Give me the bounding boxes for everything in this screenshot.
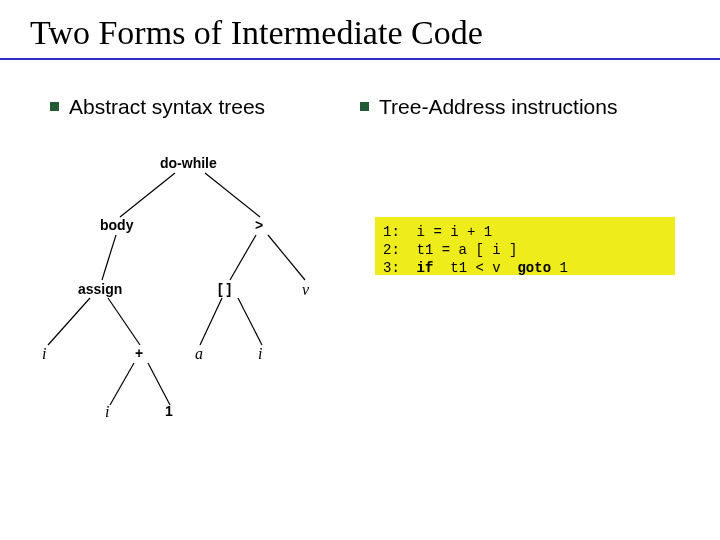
node-i2: i: [258, 345, 262, 363]
code-box: 1: i = i + 1 2: t1 = a [ i ] 3: if t1 < …: [375, 217, 675, 275]
svg-line-9: [110, 363, 134, 405]
code-line-3e: 1: [551, 260, 568, 276]
bullet-icon: [50, 102, 59, 111]
node-v: v: [302, 281, 309, 299]
svg-line-6: [108, 298, 140, 345]
code-line-2: 2: t1 = a [ i ]: [383, 242, 517, 258]
node-one: 1: [165, 403, 173, 419]
node-plus: +: [135, 345, 143, 361]
code-line-3c: t1 < v: [433, 260, 517, 276]
svg-line-0: [120, 173, 175, 217]
svg-line-2: [102, 235, 116, 280]
left-heading-text: Abstract syntax trees: [69, 95, 265, 118]
left-heading: Abstract syntax trees: [50, 95, 265, 119]
code-if: if: [417, 260, 434, 276]
code-goto: goto: [517, 260, 551, 276]
syntax-tree: do-while body > assign [ ] v i + a i i 1: [30, 145, 350, 515]
svg-line-7: [200, 298, 222, 345]
bullet-icon: [360, 102, 369, 111]
node-a: a: [195, 345, 203, 363]
svg-line-8: [238, 298, 262, 345]
tree-edges: [30, 145, 350, 515]
right-heading: Tree-Address instructions: [360, 95, 617, 119]
page-title: Two Forms of Intermediate Code: [0, 0, 720, 52]
node-do-while: do-while: [160, 155, 217, 171]
svg-line-1: [205, 173, 260, 217]
node-i3: i: [105, 403, 109, 421]
title-underline: [0, 58, 720, 60]
svg-line-10: [148, 363, 170, 405]
code-line-1: 1: i = i + 1: [383, 224, 492, 240]
svg-line-5: [48, 298, 90, 345]
svg-line-3: [230, 235, 256, 280]
right-heading-text: Tree-Address instructions: [379, 95, 617, 118]
node-bracket: [ ]: [218, 281, 231, 297]
svg-line-4: [268, 235, 305, 280]
node-gt: >: [255, 217, 263, 233]
node-assign: assign: [78, 281, 122, 297]
code-line-3a: 3:: [383, 260, 417, 276]
node-body: body: [100, 217, 133, 233]
node-i1: i: [42, 345, 46, 363]
